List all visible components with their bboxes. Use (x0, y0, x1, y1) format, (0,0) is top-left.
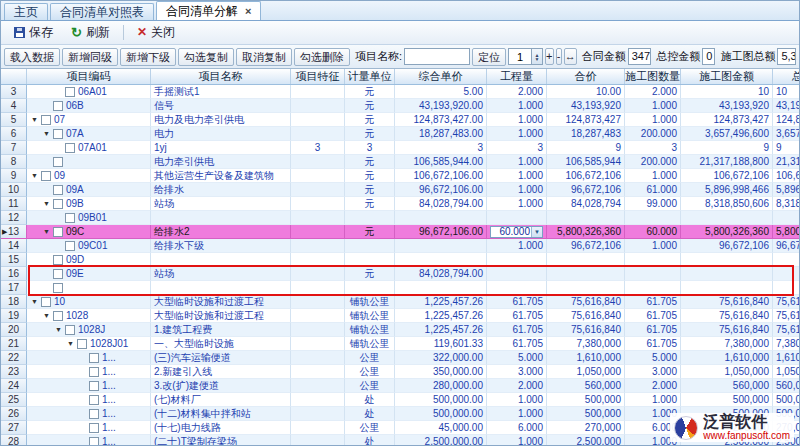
row-checkbox[interactable] (89, 423, 99, 433)
row-checkbox[interactable] (53, 227, 63, 237)
row-checkbox[interactable] (53, 199, 63, 209)
row-checkbox[interactable] (89, 395, 99, 405)
cell-feature (291, 155, 345, 169)
row-checkbox[interactable] (65, 213, 75, 223)
col-header-unit[interactable]: 计量单位 (345, 69, 395, 84)
collapse-minus-button[interactable]: - (556, 48, 562, 65)
table-row[interactable]: 9▼09其他运营生产设备及建筑物元106,672,106.001.000106,… (1, 169, 799, 183)
expander-icon[interactable]: ▼ (31, 295, 40, 309)
load-data-button[interactable]: 载入数据 (4, 48, 60, 66)
table-row[interactable]: 7▼07A011yj33339399 (1, 141, 799, 155)
combo-dropdown-icon[interactable]: ▼ (531, 227, 542, 237)
cell-quantity: 2.000 (487, 379, 547, 393)
table-row[interactable]: 16▼09E站场元84,028,794.00 (1, 267, 799, 281)
row-checkbox[interactable] (89, 353, 99, 363)
table-row[interactable]: 20▼1028J1.建筑工程费铺轨公里1,225,457.2661.70575,… (1, 323, 799, 337)
refresh-button[interactable]: ↻ 刷新 (63, 21, 118, 44)
col-header-unit-price[interactable]: 综合单价 (395, 69, 487, 84)
cell-draw-qty: 1.000 (625, 239, 681, 253)
close-button[interactable]: ✕ 关闭 (129, 21, 183, 44)
expander-icon[interactable]: ▼ (43, 309, 52, 323)
col-header-draw-qty[interactable]: 施工图数量 (625, 69, 681, 84)
add-sibling-button[interactable]: 新增同级 (62, 48, 118, 66)
close-tab-icon[interactable]: × (245, 5, 251, 17)
col-header-feature[interactable]: 项目特征 (291, 69, 345, 84)
delete-checked-button[interactable]: 勾选删除 (294, 48, 350, 66)
row-checkbox[interactable] (89, 409, 99, 419)
tab-contract-breakdown[interactable]: 合同清单分解× (156, 1, 261, 20)
expander-icon[interactable]: ▼ (43, 225, 52, 239)
row-checkbox[interactable] (53, 157, 63, 167)
row-checkbox[interactable] (53, 129, 63, 139)
row-checkbox[interactable] (53, 101, 63, 111)
table-row[interactable]: ▶13▼09C给排水2元96,672,106.0060.000▼5,800,32… (1, 225, 799, 239)
cell-name: 大型临时设施和过渡工程 (151, 309, 291, 323)
expander-icon[interactable]: ▼ (43, 127, 52, 141)
table-row[interactable]: 12▼09B01 (1, 211, 799, 225)
cell-unit-price: 84,028,794.00 (395, 197, 487, 211)
row-checkbox[interactable] (53, 269, 63, 279)
table-row[interactable]: 22▼1...(三)汽车运输便道公里322,000.005.0001,610,0… (1, 351, 799, 365)
row-checkbox[interactable] (77, 339, 87, 349)
row-checkbox[interactable] (41, 115, 51, 125)
row-checkbox[interactable] (89, 437, 99, 446)
expander-icon[interactable]: ▼ (31, 169, 40, 183)
tab-contract-compare[interactable]: 合同清单对照表 (50, 3, 154, 20)
table-row[interactable]: 18▼10大型临时设施和过渡工程铺轨公里1,225,457.2661.70575… (1, 295, 799, 309)
expander-icon[interactable]: ▼ (31, 113, 40, 127)
table-row[interactable]: 21▼1028J01一、大型临时设施铺轨公里119,601.3361.7057,… (1, 337, 799, 351)
spinner-arrows-icon[interactable]: ▲▼ (532, 48, 543, 65)
row-checkbox[interactable] (89, 381, 99, 391)
table-row[interactable]: 25▼1...(七)材料厂处500,000.001.000500,0001.00… (1, 393, 799, 407)
add-child-button[interactable]: 新增下级 (120, 48, 176, 66)
qty-combobox[interactable]: 60.000▼ (490, 226, 543, 238)
table-row[interactable]: 19▼1028大型临时设施和过渡工程铺轨公里1,225,457.2661.705… (1, 309, 799, 323)
table-row[interactable]: 14▼09C01给排水下级1.00096,672,1061.00096,672,… (1, 239, 799, 253)
swap-arrows-button[interactable]: ↔ (564, 48, 577, 65)
level-spinner[interactable]: ▲▼ (508, 48, 543, 65)
row-checkbox[interactable] (65, 87, 75, 97)
table-row[interactable]: 23▼1...2.新建引入线公里350,000.003.0001,050,000… (1, 365, 799, 379)
row-checkbox[interactable] (53, 283, 63, 293)
col-header-quantity[interactable]: 工程量 (487, 69, 547, 84)
table-row[interactable]: 8▼电力牵引供电元106,585,944.001.000106,585,9442… (1, 155, 799, 169)
table-row[interactable]: 10▼09A给排水元96,672,106.001.00096,672,10661… (1, 183, 799, 197)
col-header-draw-amount[interactable]: 施工图金额 (681, 69, 773, 84)
table-row[interactable]: 11▼09B站场元84,028,794.001.00084,028,79499.… (1, 197, 799, 211)
table-row[interactable]: 24▼1...3.改(扩)建便道公里280,000.002.000560,000… (1, 379, 799, 393)
expand-plus-button[interactable]: + (545, 48, 553, 65)
locate-button[interactable]: 定位 (472, 48, 506, 66)
project-name-input[interactable] (404, 48, 470, 65)
expander-icon[interactable]: ▼ (55, 323, 64, 337)
cancel-copy-button[interactable]: 取消复制 (236, 48, 292, 66)
row-checkbox[interactable] (65, 325, 75, 335)
table-row[interactable]: 4▼06B信号元43,193,920.001.00043,193,9201.00… (1, 99, 799, 113)
expander-icon[interactable]: ▼ (67, 337, 76, 351)
row-checkbox[interactable] (41, 297, 51, 307)
col-header-code[interactable]: 项目编码 (27, 69, 151, 84)
row-checkbox[interactable] (53, 311, 63, 321)
row-checkbox[interactable] (53, 255, 63, 265)
refresh-icon: ↻ (71, 27, 82, 38)
cell-code: ▼1028J (27, 323, 151, 337)
row-checkbox[interactable] (65, 241, 75, 251)
watermark-url: www.fanpusoft.com (703, 430, 790, 441)
row-checkbox[interactable] (89, 367, 99, 377)
save-button[interactable]: 保存 (6, 21, 61, 44)
table-row[interactable]: 17▼ (1, 281, 799, 295)
cell-draw-amount: 3,657,496,600 (681, 127, 773, 141)
level-input[interactable] (508, 48, 532, 65)
col-header-total[interactable]: 合价 (547, 69, 625, 84)
col-header-name[interactable]: 项目名称 (151, 69, 291, 84)
table-row[interactable]: 5▼07电力及电力牵引供电元124,873,427.001.000124,873… (1, 113, 799, 127)
table-row[interactable]: 6▼07A电力元18,287,483.001.00018,287,483200.… (1, 127, 799, 141)
col-header-control-amount[interactable]: 总控... (773, 69, 799, 84)
row-checkbox[interactable] (65, 143, 75, 153)
tab-home[interactable]: 主页 (4, 3, 48, 20)
table-row[interactable]: 15▼09D (1, 253, 799, 267)
table-row[interactable]: 3▼06A01手摇测试1元5.002.00010.002.0001010 (1, 85, 799, 99)
expander-icon[interactable]: ▼ (43, 197, 52, 211)
row-checkbox[interactable] (53, 185, 63, 195)
row-checkbox[interactable] (41, 171, 51, 181)
copy-checked-button[interactable]: 勾选复制 (178, 48, 234, 66)
